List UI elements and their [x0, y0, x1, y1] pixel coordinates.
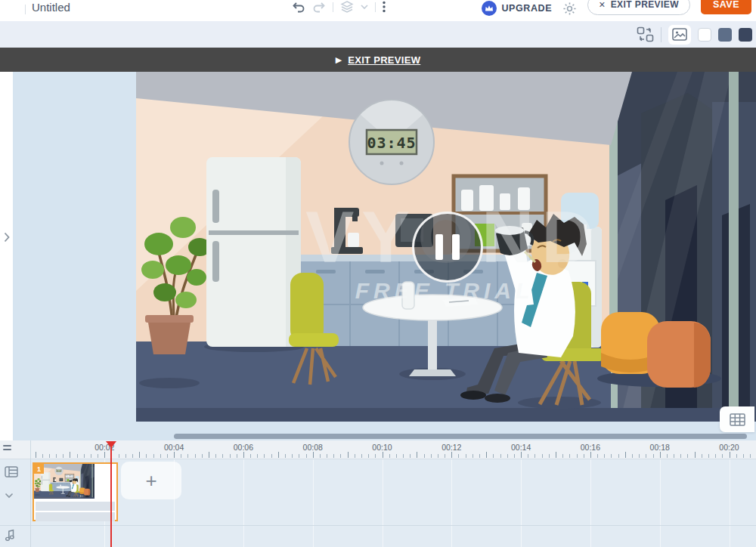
ruler-tick	[743, 454, 744, 458]
background-swatch-dark[interactable]	[739, 28, 752, 42]
ruler-tick	[549, 454, 550, 458]
track-gridline	[383, 459, 383, 547]
ruler-tick	[215, 454, 216, 458]
more-options-button[interactable]	[383, 1, 386, 13]
ruler-tick	[209, 452, 209, 458]
exit-preview-label: EXIT PREVIEW	[611, 0, 679, 10]
ruler-tick	[42, 454, 43, 458]
timeline-tracks: 1 +	[0, 459, 756, 547]
gear-icon	[562, 2, 577, 16]
redo-button[interactable]	[312, 1, 326, 13]
ruler-tick	[702, 454, 702, 458]
background-image-button[interactable]	[668, 25, 691, 45]
ruler-tick	[250, 454, 251, 458]
ruler-tick	[458, 454, 459, 458]
layers-button[interactable]	[340, 1, 354, 13]
playhead-line[interactable]	[110, 443, 112, 547]
timeline-scene-block[interactable]: 1	[33, 462, 118, 521]
ruler-tick	[604, 454, 605, 458]
upgrade-label: UPGRADE	[501, 3, 552, 14]
track-gridline	[660, 459, 661, 547]
play-icon: ▶	[336, 56, 342, 64]
crown-icon	[482, 1, 497, 16]
scene-settings-bar	[0, 21, 756, 48]
add-scene-button[interactable]: +	[121, 462, 181, 499]
project-title[interactable]: Untitled	[32, 1, 70, 14]
layers-icon	[340, 1, 354, 13]
ruler-tick	[243, 452, 244, 458]
ruler-tick	[264, 454, 265, 458]
ruler-tick	[653, 454, 654, 458]
ruler-label: 00:06	[234, 443, 253, 452]
pause-button[interactable]	[412, 212, 483, 283]
audio-track-icon	[5, 529, 15, 542]
scene-sub-track[interactable]	[36, 502, 115, 511]
undo-button[interactable]	[292, 1, 305, 13]
track-header-column	[0, 459, 30, 547]
asset-panel-toggle[interactable]	[0, 72, 13, 440]
ruler-tick	[730, 452, 730, 458]
scene-sub-track[interactable]	[36, 512, 115, 521]
grid-view-button[interactable]	[720, 406, 754, 432]
swap-scene-button[interactable]	[637, 26, 654, 42]
ruler-tick	[695, 452, 696, 458]
ruler-tick	[486, 452, 487, 458]
ruler-tick	[77, 454, 78, 458]
kebab-menu-icon	[383, 1, 386, 13]
ruler-tick	[562, 454, 563, 458]
ruler-tick	[389, 454, 390, 458]
ruler-tick	[153, 454, 154, 458]
ruler-tick	[292, 454, 293, 458]
ruler-tick	[361, 454, 362, 458]
ruler-tick	[534, 454, 535, 458]
ruler-tick	[521, 452, 522, 458]
ruler-label: 00:18	[650, 443, 670, 452]
timeline-resize-handle[interactable]	[3, 445, 11, 453]
toolbar-divider	[333, 2, 333, 12]
ruler-tick	[500, 454, 501, 458]
edit-tools	[292, 0, 386, 16]
ruler-tick	[285, 454, 286, 458]
track-header-divider	[30, 440, 31, 547]
ruler-tick	[736, 454, 737, 458]
ruler-tick	[542, 454, 543, 458]
exit-preview-button[interactable]: × EXIT PREVIEW	[587, 0, 690, 15]
ruler-tick	[368, 454, 369, 458]
track-gridline	[590, 459, 591, 547]
save-button[interactable]: SAVE	[701, 0, 751, 14]
ruler-tick	[167, 454, 168, 458]
ruler-tick	[348, 452, 349, 458]
ruler-tick	[479, 454, 480, 458]
ruler-tick	[84, 454, 85, 458]
image-icon	[672, 28, 687, 41]
settings-button[interactable]	[562, 2, 577, 16]
layers-dropdown-button[interactable]	[361, 4, 368, 10]
ruler-tick	[222, 454, 223, 458]
track-row-divider	[0, 525, 756, 526]
canvas-horizontal-scrollbar[interactable]	[174, 434, 747, 439]
ruler-tick	[722, 454, 723, 458]
ruler-tick	[278, 452, 279, 458]
chevron-down-icon	[361, 4, 368, 10]
ruler-tick	[56, 454, 57, 458]
swap-icon	[637, 26, 654, 42]
ruler-label: 00:10	[372, 443, 392, 452]
ruler-label: 00:04	[164, 443, 184, 452]
ruler-tick	[230, 454, 231, 458]
ruler-tick	[680, 454, 681, 458]
ruler-tick	[667, 454, 668, 458]
ruler-tick	[340, 454, 341, 458]
collapse-track-button[interactable]	[5, 493, 14, 499]
preview-banner: ▶ EXIT PREVIEW	[0, 48, 756, 72]
vyond-editor: { "topbar": { "title": "Untitled", "upgr…	[0, 0, 756, 547]
ruler-tick	[146, 454, 147, 458]
upgrade-button[interactable]: UPGRADE	[482, 1, 552, 16]
background-swatch-slate[interactable]	[718, 28, 732, 42]
background-swatch-white[interactable]	[698, 28, 711, 42]
ruler-label: 00:12	[442, 443, 461, 452]
ruler-tick	[466, 454, 466, 458]
title-divider	[25, 5, 26, 14]
banner-exit-preview-link[interactable]: EXIT PREVIEW	[348, 54, 420, 66]
subtoolbar-divider	[661, 27, 662, 42]
track-gridline	[521, 459, 522, 547]
